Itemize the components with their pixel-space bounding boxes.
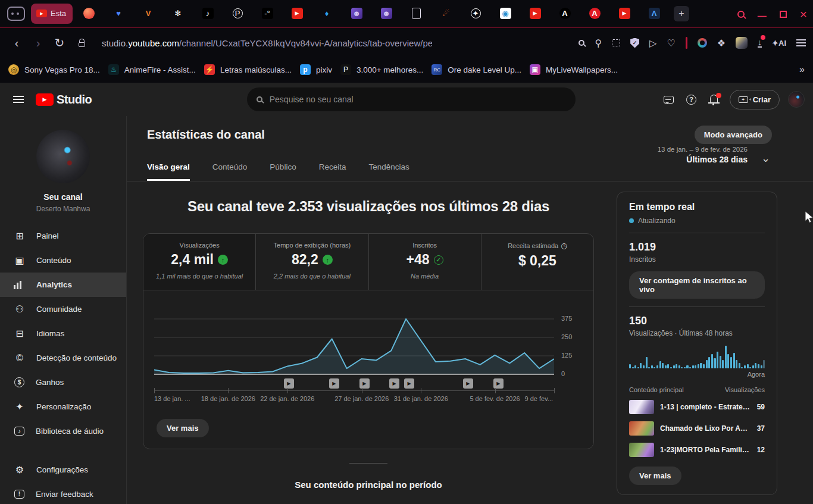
sidebar-item-comunidade[interactable]: ⚇Comunidade	[0, 297, 126, 321]
tab-chatgpt[interactable]: ✻	[170, 5, 186, 23]
forward-button[interactable]: ›	[29, 33, 48, 52]
tab-a-red[interactable]: A	[587, 5, 602, 23]
color-ring-extension-icon[interactable]	[698, 38, 707, 48]
ai-icon[interactable]: ✦AI	[772, 39, 786, 48]
sidebar-item-biblioteca-de-udio[interactable]: ♪Biblioteca de áudio	[0, 419, 126, 443]
video-marker-icon[interactable]: ▶	[404, 378, 414, 389]
live-count-button[interactable]: Ver contagem de inscritos ao vivo	[629, 271, 765, 299]
tab-conte-do[interactable]: Conteúdo	[212, 162, 248, 181]
studio-menu-icon[interactable]	[13, 96, 24, 103]
metric-visualiza-es[interactable]: Visualizações2,4 mil↑1,1 mil mais do que…	[143, 234, 256, 290]
account-avatar[interactable]	[788, 91, 805, 108]
see-more-button[interactable]: Ver mais	[157, 419, 209, 437]
sidebar-item-idiomas[interactable]: ⊟Idiomas	[0, 321, 126, 346]
studio-search[interactable]	[247, 87, 576, 111]
search-input[interactable]	[270, 95, 566, 104]
tab-tiktok[interactable]: ♪	[200, 5, 215, 23]
pin-icon[interactable]: ⚲	[595, 37, 602, 49]
menu-icon[interactable]	[796, 39, 806, 46]
bookmark-sony-vegas[interactable]: ◎Sony Vegas Pro 18...	[8, 64, 108, 75]
metric-receita-estimada[interactable]: Receita estimada◷$ 0,25	[481, 234, 593, 290]
metric-inscritos[interactable]: Inscritos+48✓Na média	[369, 234, 481, 290]
top-content-row[interactable]: 1-23|MORTO Pela Família, M...12	[629, 442, 765, 458]
tab-flame-ring[interactable]: ✦	[468, 5, 483, 23]
sidebar-item-conte-do[interactable]: ▣Conteúdo	[0, 248, 126, 273]
tab-vis-o-geral[interactable]: Visão geral	[147, 162, 190, 181]
active-tab[interactable]: ▶ Esta	[31, 4, 73, 24]
video-marker-icon[interactable]: ▶	[389, 378, 399, 389]
tab-anime-purple-1[interactable]: ☻	[349, 5, 364, 23]
firefox-view-icon[interactable]	[7, 7, 25, 21]
help-icon[interactable]: ?	[686, 95, 696, 105]
advanced-mode-button[interactable]: Modo avançado	[695, 126, 772, 144]
date-range-selector[interactable]: 13 de jan. – 9 de fev. de 2026 Últimos 2…	[658, 146, 748, 164]
new-tab-button[interactable]: +	[674, 6, 689, 21]
screenshot-icon[interactable]	[612, 39, 620, 46]
window-search-icon[interactable]	[737, 11, 745, 18]
video-marker-icon[interactable]: ▶	[463, 378, 473, 389]
tab-lo[interactable]: -°	[259, 5, 275, 23]
bookmarks-overflow-icon[interactable]: »	[799, 64, 805, 75]
zoom-out-icon[interactable]	[579, 40, 584, 46]
tab-anime-purple-2[interactable]: ☻	[379, 5, 394, 23]
video-marker-icon[interactable]: ▶	[359, 378, 370, 389]
maximize-icon[interactable]	[780, 11, 787, 18]
video-marker-icon[interactable]: ▶	[284, 378, 294, 389]
profile-extension-icon[interactable]	[736, 37, 748, 49]
tab-fox[interactable]: V	[140, 5, 156, 23]
sidebar-item-analytics[interactable]: Analytics	[0, 273, 126, 297]
studio-logo[interactable]: ▶ Studio	[36, 93, 92, 107]
bookmark-heart-icon[interactable]: ♡	[667, 37, 675, 49]
bookmark-melhores[interactable]: P3.000+ melhores...	[340, 64, 431, 75]
sidebar-item-configura-es[interactable]: ⚙Configurações	[0, 458, 126, 482]
realtime-see-more-button[interactable]: Ver mais	[629, 467, 681, 485]
send-icon[interactable]: ▷	[649, 37, 656, 49]
tab-p-circle[interactable]: P	[230, 5, 245, 23]
bookmark-ore-dake[interactable]: RCOre dake Level Up...	[431, 64, 530, 75]
tab-a-black[interactable]: A	[557, 5, 573, 23]
realtime-bar-chart[interactable]	[629, 345, 765, 368]
bookmark-letras[interactable]: ⚡Letras maiúsculas...	[204, 64, 300, 75]
realtime-bar	[741, 367, 743, 368]
tab-document[interactable]	[408, 5, 424, 23]
sidebar-item-painel[interactable]: ⊞Painel	[0, 224, 126, 248]
metric-tempo-de-exibi-o-horas-[interactable]: Tempo de exibição (horas)82,2↑2,2 mais d…	[256, 234, 368, 290]
feedback-chat-icon[interactable]	[664, 96, 674, 104]
address-bar[interactable]: studio.youtube.com/channel/UCxatTeYCX8Ik…	[102, 38, 432, 48]
tab-receita[interactable]: Receita	[319, 162, 346, 181]
reload-button[interactable]: ↻	[50, 33, 69, 52]
sidebar-item-detec-o-de-conte-do[interactable]: ©Detecção de conteúdo	[0, 346, 126, 370]
line-chart[interactable]	[154, 315, 554, 375]
bookmark-pixiv[interactable]: ppixiv	[300, 64, 340, 75]
video-marker-icon[interactable]: ▶	[329, 378, 339, 389]
create-button[interactable]: + Criar	[730, 90, 780, 109]
extensions-icon[interactable]: ❖	[717, 37, 726, 49]
tab-shield-logo[interactable]: ◉	[498, 5, 513, 23]
tab-comet[interactable]: ☄	[438, 5, 454, 23]
chevron-down-icon[interactable]: ⌄	[761, 152, 770, 165]
channel-avatar[interactable]	[36, 130, 90, 183]
tab-youtube-3[interactable]: ▶	[617, 5, 632, 23]
tab-youtube-2[interactable]: ▶	[527, 5, 543, 23]
minimize-icon[interactable]: —	[758, 11, 767, 21]
shield-check-icon[interactable]: ✓	[630, 38, 639, 48]
close-icon[interactable]: ×	[800, 7, 807, 21]
tab-p-blico[interactable]: Público	[270, 162, 296, 181]
lock-icon[interactable]	[79, 42, 85, 47]
tab-blue-flame[interactable]: ♦	[319, 5, 334, 23]
bookmark-animefire[interactable]: ♨AnimeFire - Assist...	[108, 64, 204, 75]
tab-anilist[interactable]	[81, 5, 96, 23]
bookmark-mylivewallpapers[interactable]: ▣MyLiveWallpapers...	[530, 64, 626, 75]
sidebar-item-personaliza-o[interactable]: ✦Personalização	[0, 395, 126, 419]
sidebar-item-enviar-feedback[interactable]: !Enviar feedback	[0, 482, 126, 504]
top-content-row[interactable]: Chamado de Lixo Por Anos...37	[629, 421, 765, 436]
downloads-icon[interactable]: ↓	[758, 38, 762, 48]
tab-tend-ncias[interactable]: Tendências	[368, 162, 409, 181]
sidebar-item-ganhos[interactable]: $Ganhos	[0, 370, 126, 395]
tab-blue-heart[interactable]: ♥	[111, 5, 126, 23]
video-marker-icon[interactable]: ▶	[493, 378, 504, 389]
tab-a-navy[interactable]: Λ	[646, 5, 662, 23]
top-content-row[interactable]: 1-13 | completo - Estrategia ...59	[629, 399, 765, 415]
tab-youtube-1[interactable]: ▶	[289, 5, 305, 23]
back-button[interactable]: ‹	[7, 33, 26, 52]
